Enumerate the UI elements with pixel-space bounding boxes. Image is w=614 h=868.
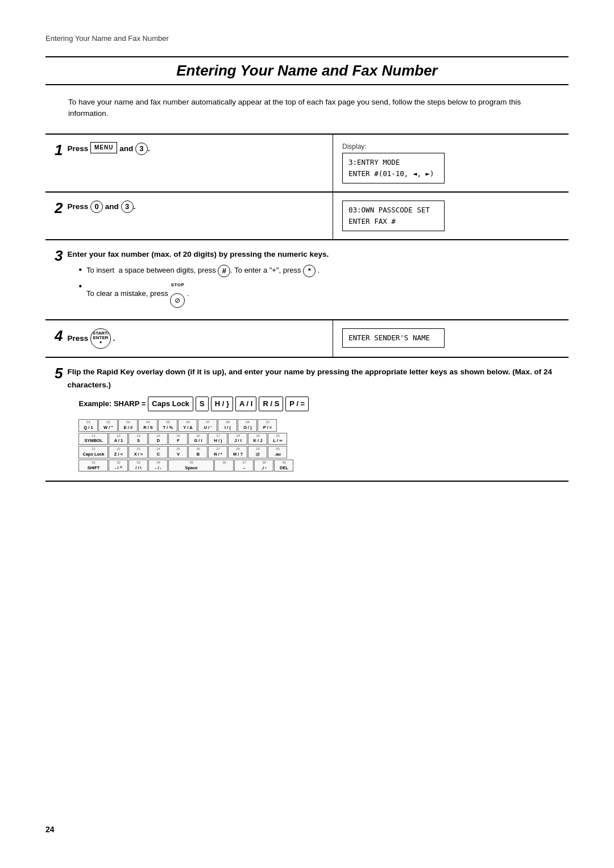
display-box-1: 3:ENTRY MODE ENTER #(01-10, ◄, ►) xyxy=(342,153,445,183)
page-title: Entering Your Name and Fax Number xyxy=(45,56,569,85)
kb-cell: 38,/ ‹ xyxy=(254,460,273,472)
step-5: 5 Flip the Rapid Key overlay down (if it… xyxy=(45,358,569,482)
kb-cell: 09O / ) xyxy=(238,419,257,432)
step-1-content: Press MENU and 3. xyxy=(67,144,150,153)
kb-cell: 31SHIFT xyxy=(78,460,108,472)
kb-cell: 35Space xyxy=(168,460,214,472)
step-5-number: 5 xyxy=(55,366,63,381)
example-a: A / I xyxy=(235,397,256,411)
step-4-left: 4 Press START/ENTER✦ . xyxy=(45,320,333,357)
kb-cell: 15F xyxy=(168,433,188,445)
example-h: H / } xyxy=(211,397,233,411)
kb-cell: 03E / # xyxy=(118,419,138,432)
key-3-circle-2: 3 xyxy=(121,201,134,213)
step-4: 4 Press START/ENTER✦ . ENTER SENDER'S NA… xyxy=(45,320,569,358)
step-3-bullet-1: • To insert a space between digits, pres… xyxy=(78,264,559,277)
step-4-content: Press START/ENTER✦ . xyxy=(67,334,115,343)
kb-cell: 27N / * xyxy=(208,446,227,458)
kb-row-1-nums: 01Q / 1 02W / " 03E / # 04R / S 05T / % … xyxy=(78,419,559,432)
kb-cell: 10P / = xyxy=(258,419,277,432)
step-4-number: 4 xyxy=(55,328,63,343)
step-2-content: Press 0 and 3. xyxy=(67,202,135,211)
example-p: P / = xyxy=(285,397,309,411)
kb-cell: 01Q / 1 xyxy=(78,419,98,432)
step-4-right: ENTER SENDER'S NAME xyxy=(333,320,569,357)
page-number: 24 xyxy=(45,825,55,834)
display-box-2: 03:OWN PASSCODE SET ENTER FAX # xyxy=(342,201,445,231)
step-1: 1 Press MENU and 3. Display: 3:ENTRY MOD… xyxy=(45,135,569,193)
display-label-1: Display: xyxy=(342,143,559,151)
example-line: Example: SHARP = Caps Lock S H / } A / I… xyxy=(78,397,559,411)
kb-cell: 14D xyxy=(148,433,168,445)
step-3-number: 3 xyxy=(55,248,63,263)
kb-cell: 21Caps Lock xyxy=(78,446,108,458)
kb-cell: 13S xyxy=(128,433,148,445)
kb-cell: 12A / 1 xyxy=(109,433,128,445)
example-r: R / S xyxy=(259,397,283,411)
kb-cell: 37– xyxy=(234,460,254,472)
example-capslock: Caps Lock xyxy=(148,397,193,411)
kb-cell: 22Z / < xyxy=(109,446,128,458)
kb-cell: 06Y / & xyxy=(178,419,197,432)
key-0-circle: 0 xyxy=(90,201,103,213)
kb-cell: 25V xyxy=(168,446,188,458)
kb-cell: 05T / % xyxy=(158,419,177,432)
kb-cell: 26B xyxy=(188,446,208,458)
step-2: 2 Press 0 and 3. 03:OWN PASSCODE SET ENT… xyxy=(45,193,569,240)
stop-label: STOP xyxy=(171,282,185,287)
step-3-bullet-2: • To clear a mistake, press STOP ⊘ . xyxy=(78,281,559,308)
kb-cell: 18J / I xyxy=(228,433,247,445)
step-5-content: Flip the Rapid Key overlay down (if it i… xyxy=(67,366,559,473)
kb-cell: 32- / ^ xyxy=(109,460,128,472)
kb-cell: 20L / ∞ xyxy=(268,433,287,445)
kb-cell: 30.au xyxy=(268,446,287,458)
intro-text: To have your name and fax number automat… xyxy=(45,97,569,120)
hash-key: # xyxy=(218,265,230,277)
kb-cell: 29@ xyxy=(248,446,267,458)
kb-cell: 33/ / \ xyxy=(128,460,148,472)
kb-row-2: 11SYMBOL 12A / 1 13S 14D 15F 16G / I 17H… xyxy=(78,433,559,445)
kb-cell: 24C xyxy=(148,446,168,458)
kb-cell: 11SYMBOL xyxy=(78,433,108,445)
kb-cell: 28M / ? xyxy=(228,446,247,458)
step-1-left: 1 Press MENU and 3. xyxy=(45,135,333,191)
steps-container: 1 Press MENU and 3. Display: 3:ENTRY MOD… xyxy=(45,133,569,482)
kb-cell: 36 xyxy=(214,460,234,472)
example-s: S xyxy=(196,397,209,411)
step-3: 3 Enter your fax number (max. of 20 digi… xyxy=(45,240,569,321)
kb-cell: 17H / ) xyxy=(208,433,227,445)
breadcrumb: Entering Your Name and Fax Number xyxy=(45,34,569,43)
step-1-number: 1 xyxy=(55,143,63,157)
kb-cell: 04R / S xyxy=(138,419,157,432)
kb-cell: 39DEL xyxy=(274,460,293,472)
kb-row-3: 21Caps Lock 22Z / < 23X / > 24C 25V 26B … xyxy=(78,446,559,458)
kb-cell: 19K / J xyxy=(248,433,267,445)
keyboard-diagram: 01Q / 1 02W / " 03E / # 04R / S 05T / % … xyxy=(78,419,559,471)
kb-cell: 07U / ' xyxy=(198,419,217,432)
star-key: * xyxy=(303,265,316,277)
bullet-dot: • xyxy=(78,264,82,275)
menu-key: MENU xyxy=(90,142,117,153)
step-1-right: Display: 3:ENTRY MODE ENTER #(01-10, ◄, … xyxy=(333,135,569,191)
stop-key: ⊘ xyxy=(170,293,185,308)
kb-cell: 02W / " xyxy=(98,419,118,432)
kb-row-4: 31SHIFT 32- / ^ 33/ / \ 34- / - 35Space … xyxy=(78,460,559,472)
step-2-number: 2 xyxy=(55,201,63,215)
kb-cell: 16G / I xyxy=(188,433,208,445)
kb-cell: 23X / > xyxy=(128,446,148,458)
start-enter-key: START/ENTER✦ xyxy=(90,328,111,349)
kb-cell: 34- / - xyxy=(148,460,168,472)
step-3-content: Enter your fax number (max. of 20 digits… xyxy=(67,248,559,312)
display-box-4: ENTER SENDER'S NAME xyxy=(342,328,445,348)
step-2-left: 2 Press 0 and 3. xyxy=(45,193,333,239)
key-3-circle: 3 xyxy=(135,143,148,155)
bullet-dot-2: • xyxy=(78,281,82,291)
kb-cell: 08I / ( xyxy=(218,419,237,432)
step-2-right: 03:OWN PASSCODE SET ENTER FAX # xyxy=(333,193,569,239)
